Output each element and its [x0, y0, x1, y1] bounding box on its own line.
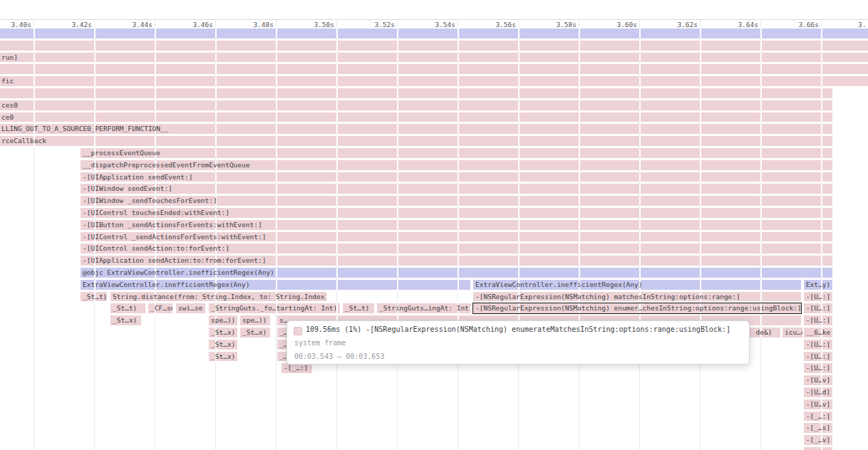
flame-bar-label: -[UIControl touchesEnded:withEvent:]	[83, 209, 229, 216]
time-tick-label: 3.62s	[673, 21, 698, 28]
flame-bar[interactable]: -[U…:]	[804, 340, 832, 350]
flame-bar-label: swi…se	[178, 304, 202, 312]
flame-bar-label: -[_…:]	[284, 364, 308, 372]
flame-bar[interactable]: -[U…d]	[804, 387, 832, 397]
flame-bar[interactable]: _St…x)	[209, 328, 237, 338]
flame-bar[interactable]: swi…se	[176, 303, 205, 313]
flame-bar[interactable]: -[UIControl _sendActionsForEvents:withEv…	[81, 232, 832, 242]
flame-bar-label: @objc ExtraViewController.inefficientReg…	[83, 268, 274, 276]
flame-bar-label: -[NSRegularExpression(NSMatching) matche…	[475, 293, 740, 300]
instruments-flame-graph: run]ficces0ce0LLING_OUT_TO_A_SOURCE0_PER…	[0, 0, 868, 450]
tooltip-time-range: 00:03.543 — 00:03.653	[294, 352, 384, 360]
flame-bar[interactable]: _St…t)	[110, 303, 145, 313]
flame-bar[interactable]	[804, 447, 832, 450]
flame-bar[interactable]: -[NSRegularExpression(NSMatching) matche…	[473, 292, 801, 302]
flame-bar-label: _StringGuts…ingAt: Int)	[379, 304, 470, 312]
flame-bar[interactable]: -[U…v]	[804, 399, 832, 409]
time-tick-label: 3.44s	[128, 21, 153, 28]
flame-bar[interactable]: -[UIWindow sendEvent:]	[81, 184, 832, 194]
flame-bar-label: run]	[1, 53, 18, 61]
time-tick-label: 3.50s	[310, 21, 334, 28]
flame-bar[interactable]: _St…t)	[343, 303, 374, 313]
flame-bar[interactable]: @objc ExtraViewController.inefficientReg…	[81, 268, 832, 278]
flame-bar[interactable]: __processEventQueue	[81, 148, 832, 158]
flame-bar[interactable]: -[UIWindow _sendTouchesForEvent:]	[81, 196, 832, 206]
flame-bar[interactable]: _StringGuts…ingAt: Int)	[377, 303, 470, 313]
flame-bar[interactable]: __dispatchPreprocessedEventFromEventQueu…	[81, 160, 832, 170]
flame-bar[interactable]: -[U…:]	[804, 292, 832, 302]
flame-bar[interactable]: spe…))	[240, 315, 270, 325]
flame-bar[interactable]: -[U…v]	[804, 375, 832, 385]
time-tick-label: 3.46s	[189, 21, 213, 28]
flame-bar[interactable]: ExtraViewController.inefficientRegex(Any…	[473, 280, 801, 290]
flame-bar[interactable]: -[UIControl touchesEnded:withEvent:]	[81, 208, 832, 218]
flame-bar[interactable]: _St…x)	[240, 328, 270, 338]
flame-bar-label: -[U…:]	[806, 316, 830, 324]
flame-bar-label: _St…x)	[211, 352, 235, 360]
flame-bar-label: -[UIApplication sendEvent:]	[83, 173, 192, 181]
tooltip-duration-and-symbol: 109.56ms (1%) -[NSRegularExpression(NSMa…	[306, 325, 730, 333]
flame-bar[interactable]: -[UIApplication sendAction:to:from:forEv…	[81, 256, 832, 266]
flame-bar[interactable]: -[NSRegularExpression(NSMatching) enumer…	[473, 303, 801, 313]
flame-bar[interactable]: _CF…se	[148, 303, 172, 313]
flame-bar-label: String.distance(from: String.Index, to: …	[113, 293, 326, 300]
flame-bar-label: _St…t)	[83, 293, 107, 300]
flame-bar-label: -[U…:]	[806, 364, 830, 372]
time-tick-label: 3.60s	[613, 21, 637, 28]
flame-bar[interactable]: ces0	[0, 100, 832, 110]
flame-bar[interactable]: _St…x)	[209, 352, 237, 362]
flame-bar[interactable]	[0, 28, 868, 38]
flame-bar[interactable]: spe…))	[209, 315, 237, 325]
flame-bar[interactable]	[0, 41, 868, 51]
flame-bar[interactable]: fic	[0, 76, 868, 86]
flame-bar[interactable]: -[U…:]	[804, 315, 832, 325]
flame-bar-label: fic	[1, 77, 14, 85]
flame-bar[interactable]: de&)	[748, 328, 780, 338]
flame-bar-label: _St…x)	[242, 328, 267, 336]
time-tick-label: 3.52s	[371, 21, 395, 28]
flame-bar-label: _CF…se	[150, 304, 172, 312]
flame-bar[interactable]: __6…ke	[804, 328, 832, 338]
flame-bar[interactable]: -[UIApplication sendEvent:]	[81, 172, 832, 182]
flame-bar-label: -[UIControl _sendActionsForEvents:withEv…	[83, 233, 266, 241]
flame-bar-label: -[UIWindow _sendTouchesForEvent:]	[83, 197, 217, 204]
flame-bar[interactable]: -[_…s]	[804, 423, 832, 433]
flame-bar[interactable]: _St…x)	[110, 315, 141, 325]
flame-bar[interactable]: String.distance(from: String.Index, to: …	[110, 292, 326, 302]
time-tick-label: 3.54s	[431, 21, 455, 28]
flame-bar[interactable]: icu…e&)	[782, 328, 802, 338]
flame-bar[interactable]: -[UIControl sendAction:to:forEvent:]	[81, 244, 832, 253]
flame-bar[interactable]: _StringGuts._fo…tartingAt: Int)	[209, 303, 340, 313]
flame-bar[interactable]: -[UIButton _sendActionsForEvents:withEve…	[81, 220, 832, 230]
flame-bar[interactable]: -[_…:]	[804, 412, 832, 422]
flame-bar-label: -[_…:]	[806, 412, 830, 420]
flame-bar[interactable]: -[U…:]	[804, 363, 832, 373]
flame-bar-label: ExtraViewController.inefficientRegex(Any…	[475, 281, 643, 288]
flame-bar[interactable]: -[U…:]	[804, 352, 832, 362]
flame-bar-label: ExtraViewController.inefficientRegex(Any…	[83, 281, 250, 288]
flame-bar-label: ce0	[1, 113, 14, 121]
flame-bar-label: _St…x)	[211, 340, 235, 348]
flame-bar[interactable]: _St…t)	[81, 292, 107, 302]
flame-bar-label: spe…))	[242, 316, 267, 324]
time-tick-label: 3.48s	[249, 21, 274, 28]
time-ruler[interactable]	[0, 0, 868, 20]
time-tick-label: 3.40s	[7, 21, 31, 28]
flame-bar-label: icu…e&)	[785, 328, 802, 336]
flame-bar[interactable]: rceCallback	[0, 136, 832, 146]
flame-bar-label: -[U…d]	[806, 388, 830, 396]
flame-bar[interactable]	[0, 64, 868, 74]
tooltip-frame-type: system frame	[294, 339, 346, 347]
flame-bar[interactable]: -[_…v]	[804, 435, 832, 445]
flame-bar[interactable]: ce0	[0, 112, 832, 122]
flame-bar[interactable]: -[U…:]	[804, 303, 832, 313]
flame-bar[interactable]: ExtraViewController.inefficientRegex(Any…	[81, 280, 470, 290]
flame-bar[interactable]	[0, 88, 832, 98]
flame-bar[interactable]: Ext…y)	[804, 280, 832, 290]
flame-bar[interactable]: -[_…:]	[281, 363, 312, 373]
flame-bar-label: -[U…:]	[806, 304, 830, 312]
flame-bar[interactable]: run]	[0, 53, 868, 63]
flame-bar[interactable]: _St…x)	[209, 340, 237, 350]
flame-bar[interactable]: LLING_OUT_TO_A_SOURCE0_PERFORM_FUNCTION_…	[0, 124, 832, 134]
flame-bar-label: -[U…:]	[806, 293, 830, 300]
